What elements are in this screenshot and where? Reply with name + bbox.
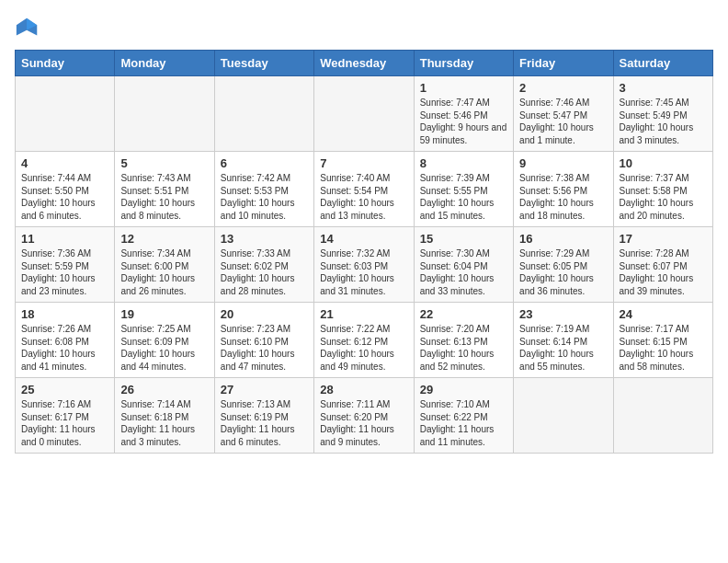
day-info: Sunrise: 7:16 AM Sunset: 6:17 PM Dayligh… xyxy=(21,398,108,448)
calendar-header-row: SundayMondayTuesdayWednesdayThursdayFrid… xyxy=(16,51,713,76)
calendar-cell: 28 Sunrise: 7:11 AM Sunset: 6:20 PM Dayl… xyxy=(314,378,414,454)
calendar-cell: 21 Sunrise: 7:22 AM Sunset: 6:12 PM Dayl… xyxy=(314,303,414,378)
sunrise: Sunrise: 7:29 AM xyxy=(519,248,589,259)
calendar-cell: 14 Sunrise: 7:32 AM Sunset: 6:03 PM Dayl… xyxy=(314,227,414,303)
calendar-cell: 2 Sunrise: 7:46 AM Sunset: 5:47 PM Dayli… xyxy=(514,76,613,152)
calendar-cell: 13 Sunrise: 7:33 AM Sunset: 6:02 PM Dayl… xyxy=(214,227,313,303)
sunrise: Sunrise: 7:11 AM xyxy=(320,399,390,409)
daylight: Daylight: 11 hours and 6 minutes. xyxy=(221,424,295,447)
day-number: 20 xyxy=(221,307,308,321)
sunset: Sunset: 5:50 PM xyxy=(21,186,89,196)
calendar-header-tuesday: Tuesday xyxy=(214,51,313,76)
day-number: 24 xyxy=(620,307,707,321)
sunrise: Sunrise: 7:34 AM xyxy=(120,248,190,259)
calendar-week-4: 18 Sunrise: 7:26 AM Sunset: 6:08 PM Dayl… xyxy=(16,303,713,378)
sunrise: Sunrise: 7:46 AM xyxy=(519,98,589,108)
calendar-header-monday: Monday xyxy=(115,51,214,76)
daylight: Daylight: 10 hours and 15 minutes. xyxy=(420,198,495,221)
day-info: Sunrise: 7:38 AM Sunset: 5:56 PM Dayligh… xyxy=(519,172,607,222)
day-info: Sunrise: 7:43 AM Sunset: 5:51 PM Dayligh… xyxy=(120,172,208,222)
day-number: 5 xyxy=(120,156,208,170)
sunset: Sunset: 6:00 PM xyxy=(120,261,188,271)
sunset: Sunset: 6:13 PM xyxy=(420,337,488,347)
sunrise: Sunrise: 7:36 AM xyxy=(21,248,91,259)
calendar-cell: 4 Sunrise: 7:44 AM Sunset: 5:50 PM Dayli… xyxy=(16,152,115,227)
sunset: Sunset: 6:02 PM xyxy=(221,261,289,271)
calendar-week-5: 25 Sunrise: 7:16 AM Sunset: 6:17 PM Dayl… xyxy=(16,378,713,454)
day-number: 13 xyxy=(221,232,308,246)
day-info: Sunrise: 7:40 AM Sunset: 5:54 PM Dayligh… xyxy=(320,172,407,222)
page-header xyxy=(15,15,713,40)
calendar-cell xyxy=(514,378,613,454)
day-info: Sunrise: 7:22 AM Sunset: 6:12 PM Dayligh… xyxy=(320,323,407,373)
calendar-cell: 27 Sunrise: 7:13 AM Sunset: 6:19 PM Dayl… xyxy=(214,378,313,454)
sunrise: Sunrise: 7:37 AM xyxy=(620,173,689,183)
calendar-header-saturday: Saturday xyxy=(613,51,712,76)
day-info: Sunrise: 7:36 AM Sunset: 5:59 PM Dayligh… xyxy=(21,247,108,297)
day-number: 12 xyxy=(120,232,208,246)
day-number: 29 xyxy=(420,383,507,396)
calendar-cell xyxy=(214,76,313,152)
day-number: 1 xyxy=(420,81,507,95)
sunrise: Sunrise: 7:40 AM xyxy=(320,173,390,183)
calendar-cell: 25 Sunrise: 7:16 AM Sunset: 6:17 PM Dayl… xyxy=(16,378,115,454)
day-info: Sunrise: 7:14 AM Sunset: 6:18 PM Dayligh… xyxy=(120,398,208,448)
day-number: 14 xyxy=(320,232,407,246)
day-info: Sunrise: 7:29 AM Sunset: 6:05 PM Dayligh… xyxy=(519,247,607,297)
logo-icon xyxy=(15,15,40,40)
day-number: 18 xyxy=(21,307,108,321)
sunrise: Sunrise: 7:32 AM xyxy=(320,248,390,259)
sunrise: Sunrise: 7:30 AM xyxy=(420,248,490,259)
daylight: Daylight: 11 hours and 11 minutes. xyxy=(420,424,495,447)
day-info: Sunrise: 7:39 AM Sunset: 5:55 PM Dayligh… xyxy=(420,172,507,222)
sunset: Sunset: 5:54 PM xyxy=(320,186,388,196)
day-info: Sunrise: 7:37 AM Sunset: 5:58 PM Dayligh… xyxy=(620,172,707,222)
day-number: 17 xyxy=(620,232,707,246)
calendar-cell: 11 Sunrise: 7:36 AM Sunset: 5:59 PM Dayl… xyxy=(16,227,115,303)
sunrise: Sunrise: 7:13 AM xyxy=(221,399,290,409)
daylight: Daylight: 10 hours and 26 minutes. xyxy=(120,273,195,296)
day-info: Sunrise: 7:13 AM Sunset: 6:19 PM Dayligh… xyxy=(221,398,308,448)
calendar-cell: 1 Sunrise: 7:47 AM Sunset: 5:46 PM Dayli… xyxy=(414,76,513,152)
day-number: 15 xyxy=(420,232,507,246)
day-number: 25 xyxy=(21,383,108,396)
sunset: Sunset: 6:10 PM xyxy=(221,337,289,347)
daylight: Daylight: 10 hours and 44 minutes. xyxy=(120,349,195,372)
calendar-week-3: 11 Sunrise: 7:36 AM Sunset: 5:59 PM Dayl… xyxy=(16,227,713,303)
sunset: Sunset: 5:47 PM xyxy=(519,110,587,121)
calendar-cell: 23 Sunrise: 7:19 AM Sunset: 6:14 PM Dayl… xyxy=(514,303,613,378)
daylight: Daylight: 10 hours and 58 minutes. xyxy=(620,349,694,372)
sunrise: Sunrise: 7:10 AM xyxy=(420,399,490,409)
day-info: Sunrise: 7:47 AM Sunset: 5:46 PM Dayligh… xyxy=(420,97,507,146)
sunset: Sunset: 5:55 PM xyxy=(420,186,488,196)
calendar-cell: 12 Sunrise: 7:34 AM Sunset: 6:00 PM Dayl… xyxy=(115,227,214,303)
daylight: Daylight: 11 hours and 3 minutes. xyxy=(120,424,195,447)
day-number: 8 xyxy=(420,156,507,170)
calendar-cell: 3 Sunrise: 7:45 AM Sunset: 5:49 PM Dayli… xyxy=(613,76,712,152)
day-number: 4 xyxy=(21,156,108,170)
logo xyxy=(15,15,44,40)
calendar-cell: 9 Sunrise: 7:38 AM Sunset: 5:56 PM Dayli… xyxy=(514,152,613,227)
sunset: Sunset: 6:20 PM xyxy=(320,412,388,422)
sunset: Sunset: 6:18 PM xyxy=(120,412,188,422)
daylight: Daylight: 10 hours and 1 minute. xyxy=(519,122,594,145)
day-info: Sunrise: 7:28 AM Sunset: 6:07 PM Dayligh… xyxy=(620,247,707,297)
daylight: Daylight: 10 hours and 47 minutes. xyxy=(221,349,295,372)
sunrise: Sunrise: 7:14 AM xyxy=(120,399,190,409)
calendar-cell: 6 Sunrise: 7:42 AM Sunset: 5:53 PM Dayli… xyxy=(214,152,313,227)
sunset: Sunset: 5:46 PM xyxy=(420,110,488,121)
daylight: Daylight: 10 hours and 52 minutes. xyxy=(420,349,495,372)
calendar-cell: 26 Sunrise: 7:14 AM Sunset: 6:18 PM Dayl… xyxy=(115,378,214,454)
calendar-cell: 15 Sunrise: 7:30 AM Sunset: 6:04 PM Dayl… xyxy=(414,227,513,303)
day-info: Sunrise: 7:20 AM Sunset: 6:13 PM Dayligh… xyxy=(420,323,507,373)
calendar-cell: 7 Sunrise: 7:40 AM Sunset: 5:54 PM Dayli… xyxy=(314,152,414,227)
sunset: Sunset: 5:58 PM xyxy=(620,186,688,196)
calendar-cell xyxy=(314,76,414,152)
calendar-week-1: 1 Sunrise: 7:47 AM Sunset: 5:46 PM Dayli… xyxy=(16,76,713,152)
sunrise: Sunrise: 7:25 AM xyxy=(120,324,190,334)
sunrise: Sunrise: 7:33 AM xyxy=(221,248,290,259)
day-info: Sunrise: 7:33 AM Sunset: 6:02 PM Dayligh… xyxy=(221,247,308,297)
calendar-cell xyxy=(613,378,712,454)
day-info: Sunrise: 7:11 AM Sunset: 6:20 PM Dayligh… xyxy=(320,398,407,448)
sunrise: Sunrise: 7:39 AM xyxy=(420,173,490,183)
